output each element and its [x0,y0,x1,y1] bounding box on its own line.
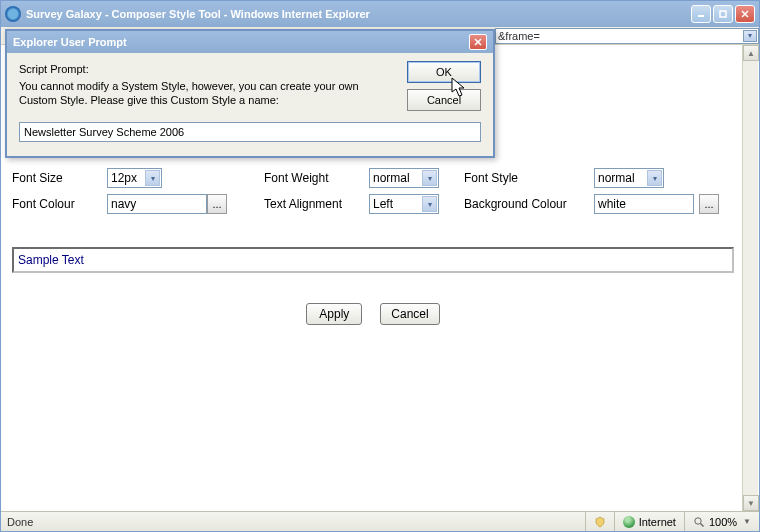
font-style-select[interactable]: normal ▾ [594,168,664,188]
svg-point-4 [695,517,701,523]
magnifier-icon [693,516,705,528]
font-style-label: Font Style [464,171,589,185]
address-field[interactable]: &frame= ▾ [495,28,759,44]
address-text: &frame= [498,30,540,42]
chevron-down-icon: ▾ [422,196,437,212]
status-security-cell [585,512,614,531]
style-form: Font Size 12px ▾ Font Weight normal ▾ Fo… [12,165,734,325]
bg-colour-input[interactable] [594,194,694,214]
status-bar: Done Internet 100% ▼ [1,511,759,531]
status-zone-cell[interactable]: Internet [614,512,684,531]
form-button-row: Apply Cancel [12,303,734,325]
window-title: Survey Galaxy - Composer Style Tool - Wi… [26,8,691,20]
zoom-dropdown-icon[interactable]: ▼ [743,517,751,526]
chevron-down-icon: ▾ [647,170,662,186]
sample-text: Sample Text [18,253,84,267]
dialog-titlebar: Explorer User Prompt [7,31,493,53]
status-zoom-cell[interactable]: 100% ▼ [684,512,759,531]
dialog-body: OK Cancel Script Prompt: You cannot modi… [7,53,493,156]
address-dropdown-button[interactable]: ▾ [743,30,757,42]
ie-icon [5,6,21,22]
status-text: Done [1,516,585,528]
prompt-message: You cannot modify a System Style, howeve… [19,79,389,108]
font-size-label: Font Size [12,171,102,185]
minimize-button[interactable] [691,5,711,23]
zoom-text: 100% [709,516,737,528]
sample-preview: Sample Text [12,247,734,273]
dialog-title: Explorer User Prompt [13,36,127,48]
shield-icon [594,516,606,528]
globe-icon [623,516,635,528]
apply-button[interactable]: Apply [306,303,362,325]
maximize-button[interactable] [713,5,733,23]
row-1: Font Size 12px ▾ Font Weight normal ▾ Fo… [12,165,734,191]
zone-text: Internet [639,516,676,528]
text-align-label: Text Alignment [264,197,364,211]
dialog-cancel-button[interactable]: Cancel [407,89,481,111]
dialog-ok-button[interactable]: OK [407,61,481,83]
prompt-input[interactable] [19,122,481,142]
vertical-scrollbar[interactable]: ▲ ▼ [742,45,758,511]
scroll-up-button[interactable]: ▲ [743,45,759,61]
main-window: Survey Galaxy - Composer Style Tool - Wi… [0,0,760,532]
cancel-button[interactable]: Cancel [380,303,439,325]
chevron-down-icon: ▾ [145,170,160,186]
font-weight-label: Font Weight [264,171,364,185]
bg-colour-label: Background Colour [464,197,589,211]
prompt-dialog: Explorer User Prompt OK Cancel Script Pr… [5,29,495,158]
titlebar: Survey Galaxy - Composer Style Tool - Wi… [1,1,759,27]
row-2: Font Colour ... Text Alignment Left ▾ Ba… [12,191,734,217]
font-colour-picker-button[interactable]: ... [207,194,227,214]
font-size-select[interactable]: 12px ▾ [107,168,162,188]
font-colour-input[interactable] [107,194,207,214]
chevron-down-icon: ▾ [422,170,437,186]
bg-colour-picker-button[interactable]: ... [699,194,719,214]
close-icon [473,37,483,47]
text-align-select[interactable]: Left ▾ [369,194,439,214]
svg-line-5 [700,523,703,526]
font-colour-label: Font Colour [12,197,102,211]
svg-rect-1 [720,11,726,17]
dialog-close-button[interactable] [469,34,487,50]
close-button[interactable] [735,5,755,23]
scroll-down-button[interactable]: ▼ [743,495,759,511]
font-weight-select[interactable]: normal ▾ [369,168,439,188]
